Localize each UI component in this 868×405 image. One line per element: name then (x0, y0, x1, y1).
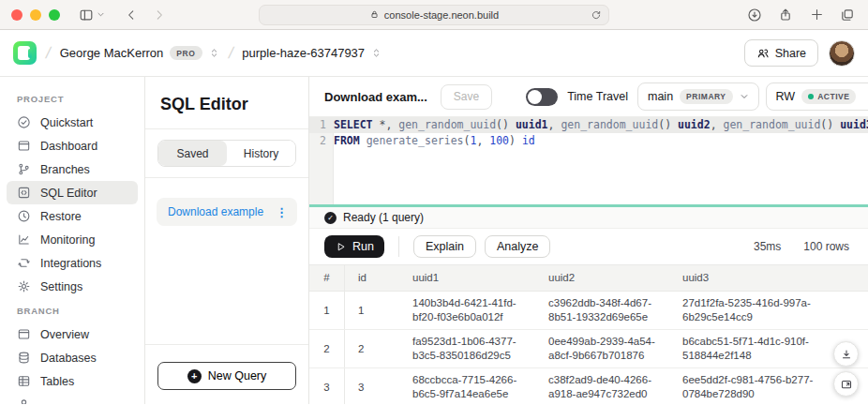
plan-badge: PRO (170, 46, 202, 60)
neon-logo[interactable] (13, 41, 37, 65)
time-travel-toggle[interactable] (526, 88, 558, 106)
check-icon: ✓ (324, 212, 337, 224)
editor-toolbar: Download exam... Save Time Travel main P… (309, 77, 868, 117)
sidebar-item-quickstart[interactable]: Quickstart (7, 111, 138, 134)
table-cell: 27d1f2fa-5235-416d-997a-6b29c5e14cc9 (673, 292, 868, 328)
branch-select[interactable]: main PRIMARY (637, 82, 759, 111)
divider (398, 236, 399, 257)
compute-value: RW (776, 90, 796, 103)
project-sidebar: PROJECTQuickstartDashboardBranchesSQL Ed… (0, 77, 145, 404)
share-page-icon[interactable] (774, 4, 797, 26)
active-badge: ACTIVE (801, 89, 856, 104)
sidebar-item-label: Quickstart (40, 116, 93, 129)
gear-icon (17, 279, 31, 293)
table-cell: 140b3b4d-6421-41fd-bf20-f03e6b0a012f (403, 292, 539, 328)
table-row[interactable]: 11140b3b4d-6421-41fd-bf20-f03e6b0a012fc3… (309, 292, 868, 330)
column-header-uuid2: uuid2 (539, 267, 673, 289)
table-cell: 1 (345, 300, 403, 322)
status-dot (808, 94, 814, 99)
explain-button[interactable]: Explain (413, 235, 476, 258)
sidebar-item-restore[interactable]: Restore (7, 204, 138, 228)
reload-icon[interactable] (591, 9, 602, 21)
sidebar-item-branches[interactable]: Branches (7, 158, 138, 181)
address-bar[interactable]: console-stage.neon.build (259, 5, 609, 25)
save-button[interactable]: Save (441, 84, 492, 110)
code-text: FROM generate_series(1, 100) id (334, 133, 535, 149)
table-row[interactable]: 22fa9523d1-1b06-4377-b3c5-8350186d29c50e… (309, 330, 868, 368)
table-cell: 3 (345, 377, 403, 398)
chevron-down-icon[interactable] (94, 4, 107, 26)
code-line[interactable]: 2FROM generate_series(1, 100) id (309, 133, 868, 149)
saved-query-item[interactable]: Download example ⋮ (157, 198, 297, 226)
sql-code-editor[interactable]: 1SELECT *, gen_random_uuid() uuid1, gen_… (309, 117, 868, 204)
run-button[interactable]: Run (324, 235, 384, 258)
saved-query-label: Download example (168, 205, 276, 218)
people-icon (756, 47, 770, 60)
divider (145, 177, 308, 178)
sidebar-item-partial[interactable] (7, 393, 138, 404)
sidebar-item-databases[interactable]: Databases (7, 346, 138, 369)
sidebar-item-label: SQL Editor (40, 187, 97, 200)
row-count: 100 rows (803, 240, 849, 253)
analyze-button[interactable]: Analyze (485, 235, 550, 258)
branch-icon (17, 162, 31, 176)
sidebar-item-settings[interactable]: Settings (7, 275, 138, 298)
history-icon (17, 209, 31, 223)
chevron-down-icon (740, 92, 749, 101)
check-circle-icon (17, 115, 31, 129)
download-results-button[interactable] (833, 341, 859, 367)
minimize-window-button[interactable] (30, 9, 41, 21)
project-name: purple-haze-63747937 (242, 46, 365, 60)
panel-title: SQL Editor (145, 77, 308, 128)
table-row[interactable]: 3368ccbcca-7715-4266-b6c5-9f7a14ea6e5ec3… (309, 368, 868, 404)
downloads-icon[interactable] (743, 4, 766, 26)
play-icon (335, 241, 347, 253)
close-window-button[interactable] (11, 9, 22, 21)
sidebar-item-dashboard[interactable]: Dashboard (7, 134, 138, 158)
expand-results-button[interactable] (833, 371, 859, 397)
tab-saved[interactable]: Saved (158, 141, 227, 166)
kebab-menu-icon[interactable]: ⋮ (276, 205, 288, 219)
forward-button[interactable] (148, 4, 171, 26)
sidebar-item-sql-editor[interactable]: SQL Editor (7, 181, 138, 204)
breadcrumb-separator: / (226, 44, 234, 63)
column-header-uuid3: uuid3 (673, 267, 868, 289)
back-button[interactable] (120, 4, 142, 26)
lock-icon (369, 9, 380, 20)
sidebar-item-tables[interactable]: Tables (7, 369, 138, 393)
tab-history[interactable]: History (227, 141, 295, 166)
column-header-uuid1: uuid1 (403, 267, 539, 289)
account-selector[interactable]: George MacKerron PRO (60, 46, 219, 60)
tab-overview-icon[interactable] (836, 4, 859, 26)
sidebar-item-overview[interactable]: Overview (7, 322, 138, 346)
new-query-button[interactable]: + New Query (157, 362, 296, 390)
sidebar-item-label: Dashboard (40, 140, 97, 153)
query-duration: 35ms (754, 240, 781, 253)
sidebar-item-label: Settings (40, 280, 82, 293)
user-avatar[interactable] (829, 40, 855, 67)
app-header: / George MacKerron PRO / purple-haze-637… (0, 30, 868, 77)
project-selector[interactable]: purple-haze-63747937 (242, 46, 382, 60)
sidebar-item-monitoring[interactable]: Monitoring (7, 228, 138, 251)
results-table: #iduuid1uuid2uuid3 11140b3b4d-6421-41fd-… (309, 264, 868, 404)
window-controls (11, 9, 60, 21)
sidebar-item-label: Branches (40, 163, 90, 176)
breadcrumb-separator: / (44, 44, 52, 63)
database-icon (17, 351, 31, 365)
compute-select[interactable]: RW ACTIVE (766, 82, 868, 111)
zoom-window-button[interactable] (49, 9, 60, 21)
sidebar-item-integrations[interactable]: Integrations (7, 251, 138, 275)
sidebar-item-label: Restore (40, 210, 82, 223)
sidebar-section-label: PROJECT (0, 86, 144, 111)
table-cell: 3 (309, 368, 345, 404)
status-text: Ready (1 query) (343, 211, 424, 224)
new-tab-icon[interactable] (805, 4, 828, 26)
sidebar-item-label: Overview (40, 328, 89, 341)
window-icon (17, 139, 31, 153)
code-square-icon (17, 186, 31, 200)
sidebar-item-label: Databases (40, 352, 97, 365)
chart-icon (17, 232, 31, 247)
code-line[interactable]: 1SELECT *, gen_random_uuid() uuid1, gen_… (309, 117, 868, 133)
share-button[interactable]: Share (744, 39, 818, 67)
query-action-bar: Run Explain Analyze 35ms 100 rows (309, 229, 868, 264)
